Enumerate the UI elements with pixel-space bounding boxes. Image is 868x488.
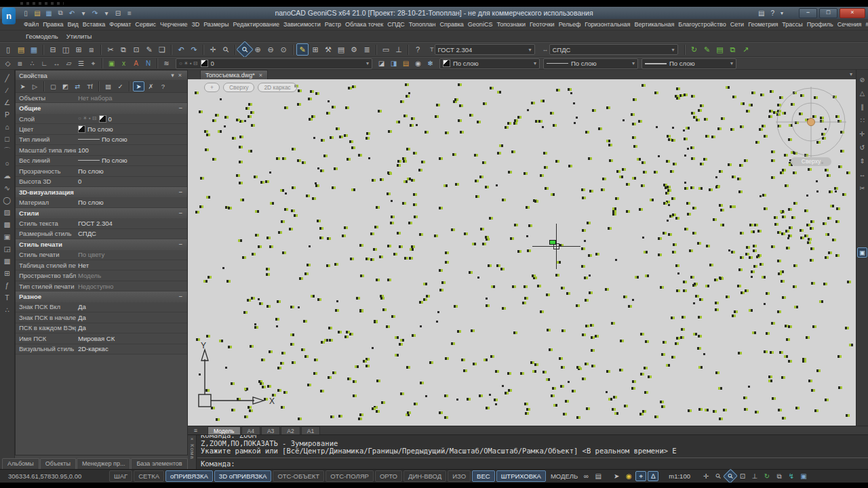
property-row[interactable]: Стиль печатиПо цвету xyxy=(16,250,187,260)
redo-dropdown-icon[interactable]: ▾ xyxy=(101,8,112,18)
stretch-icon[interactable]: ↔ xyxy=(857,169,867,180)
rotate-icon[interactable]: ↺ xyxy=(857,142,867,152)
open-file-icon[interactable]: ▤ xyxy=(32,8,43,18)
command-prompt[interactable]: Команда: xyxy=(201,460,235,468)
publish-icon[interactable]: ⊞ xyxy=(73,43,85,56)
menu-item[interactable]: Черчение xyxy=(158,19,190,30)
zoom-prev-icon[interactable]: ⊙ xyxy=(277,43,290,56)
toggle-СЕТКА[interactable]: СЕТКА xyxy=(134,470,164,482)
open-file-icon[interactable]: ▤ xyxy=(15,43,27,56)
undo-icon[interactable]: ↶ xyxy=(66,8,77,18)
document-tab-close-icon[interactable]: × xyxy=(259,72,262,79)
field-icon[interactable]: ƒ xyxy=(1,279,14,291)
property-row[interactable]: Имя ПСКМировая СК xyxy=(16,333,187,344)
toggle-ОТС-ПОЛЯР[interactable]: ОТС-ПОЛЯР xyxy=(326,470,374,482)
viewport-control[interactable]: + xyxy=(204,83,220,92)
layout-tab-А1[interactable]: А1 xyxy=(301,426,320,435)
property-row[interactable]: Знак ПСК ВклДа xyxy=(16,302,187,312)
hatch-icon[interactable]: ▨ xyxy=(1,206,14,218)
property-section[interactable]: 3D-визуализация− xyxy=(16,187,187,197)
list-icon[interactable]: ☰ xyxy=(75,58,87,69)
geonics-edit-icon[interactable]: ✎ xyxy=(701,43,713,56)
revcloud-icon[interactable]: ☁ xyxy=(1,169,14,181)
menu-item[interactable]: Сечения xyxy=(835,19,864,30)
property-row[interactable]: ПрозрачностьПо слою xyxy=(16,166,187,176)
model-space-indicator[interactable]: МОДЕЛЬ ∞▤ xyxy=(547,471,608,481)
polygon-icon[interactable]: ⌂ xyxy=(1,121,14,132)
property-row[interactable]: ОбъектыНет набора xyxy=(16,93,187,103)
menu-item[interactable]: Вид xyxy=(66,19,81,30)
scale-indicator[interactable]: m1:100 xyxy=(662,472,697,480)
save-icon[interactable]: ▦ xyxy=(43,8,54,18)
collapse-icon[interactable]: − xyxy=(178,293,182,300)
trim-icon[interactable]: ✂ xyxy=(857,183,867,193)
print-preview-icon[interactable]: ◫ xyxy=(60,43,72,56)
layer-a-icon[interactable]: A xyxy=(130,58,142,69)
swap-selection-icon[interactable]: ⇄ xyxy=(72,81,83,92)
property-row[interactable]: Масштаб типа линий100 xyxy=(16,145,187,155)
menu-item[interactable]: # Коридоры xyxy=(863,19,868,30)
zoom-out-icon[interactable]: ⊖ xyxy=(264,43,277,56)
offset-icon[interactable]: ∥ xyxy=(857,102,867,112)
point-style-icon[interactable]: ∴ xyxy=(26,58,38,69)
area-icon[interactable]: ▱ xyxy=(63,58,75,69)
sheet-set-icon[interactable]: ▤ xyxy=(335,43,347,56)
help-dropdown-icon[interactable]: ▾ xyxy=(781,10,783,16)
menu-item[interactable]: Геоточки xyxy=(528,19,557,30)
zoom-window-icon[interactable]: ⚲ xyxy=(236,41,253,58)
quick-select-icon[interactable]: ▤ xyxy=(102,81,114,92)
toggle-ОТС-ОБЪЕКТ[interactable]: ОТС-ОБЪЕКТ xyxy=(273,470,324,482)
panel-close-icon[interactable]: × xyxy=(176,72,184,79)
window-select-icon[interactable]: ▢ xyxy=(47,81,59,92)
property-section[interactable]: Общие− xyxy=(16,103,187,113)
toggle-ОРТО[interactable]: ОРТО xyxy=(375,470,402,482)
layout-tab-А2[interactable]: А2 xyxy=(281,426,300,435)
layer-freeze-icon[interactable]: ❄ xyxy=(425,58,436,69)
toggle-оПРИВЯЗКА[interactable]: оПРИВЯЗКА xyxy=(165,470,213,482)
lightbulb-icon[interactable]: ◉ xyxy=(623,471,634,481)
property-row[interactable]: Знак ПСК в начале коор...Да xyxy=(16,312,187,323)
id-point-icon[interactable]: ⌖ xyxy=(87,58,99,69)
menu-item[interactable]: Геомодель xyxy=(22,30,62,42)
layers-panel-icon[interactable]: ≋ xyxy=(161,58,172,69)
new-file-icon[interactable]: ▯ xyxy=(20,8,31,18)
menu-item[interactable]: Топоплан xyxy=(407,19,438,30)
regen-icon[interactable]: ↻ xyxy=(762,471,772,481)
zoom-window-icon[interactable]: ⚲ xyxy=(723,469,738,484)
toggle-ШТРИХОВКА[interactable]: ШТРИХОВКА xyxy=(496,470,546,482)
match-props-icon[interactable]: ❏ xyxy=(156,43,168,56)
selected-point[interactable] xyxy=(549,240,556,245)
navigation-compass[interactable] xyxy=(770,81,852,163)
block-icon[interactable]: ◇ xyxy=(2,58,14,69)
format-painter-icon[interactable]: ✎ xyxy=(143,43,155,56)
maximize-button[interactable]: □ xyxy=(819,8,837,18)
menu-item[interactable]: Трассы xyxy=(780,19,804,30)
plumb-icon[interactable]: ⊥ xyxy=(393,43,405,56)
property-section[interactable]: Разное− xyxy=(16,291,187,302)
layer-states-icon[interactable]: ▤ xyxy=(400,58,412,69)
menu-item[interactable]: 3D xyxy=(190,19,202,30)
menu-item[interactable]: Зависимости xyxy=(281,19,323,30)
collapse-icon[interactable]: − xyxy=(178,241,182,248)
collapse-icon[interactable]: − xyxy=(178,188,182,196)
tab-list-icon[interactable]: ▾ xyxy=(850,71,852,77)
menu-item[interactable]: Справка xyxy=(438,19,466,30)
menu-item[interactable]: Топознаки xyxy=(494,19,528,30)
toggle-ВЕС[interactable]: ВЕС xyxy=(472,470,495,482)
table-icon[interactable]: ⊞ xyxy=(309,43,321,56)
app-logo[interactable]: n xyxy=(2,7,16,24)
zoom-realtime-icon[interactable]: ⚲ xyxy=(217,41,234,58)
document-tab[interactable]: Топосъемка.dwg* × xyxy=(200,70,268,79)
layout-tab-Модель[interactable]: Модель xyxy=(208,426,241,435)
panel-tab-База элементов[interactable]: База элементов xyxy=(131,458,187,469)
array-icon[interactable]: ∷ xyxy=(857,115,867,125)
mirror-icon[interactable]: △ xyxy=(857,88,867,98)
notes-icon[interactable]: ≣ xyxy=(361,43,373,56)
close-button[interactable]: × xyxy=(840,8,865,18)
points-group-icon[interactable]: ∴ xyxy=(1,304,14,315)
link-icon[interactable]: ∞ xyxy=(580,471,591,481)
copy-icon[interactable]: ⧉ xyxy=(117,43,130,56)
move-icon[interactable]: ✛ xyxy=(857,129,867,139)
pointer-select-icon[interactable]: ➤ xyxy=(133,81,144,92)
zoom-in-icon[interactable]: ⊕ xyxy=(252,43,264,56)
